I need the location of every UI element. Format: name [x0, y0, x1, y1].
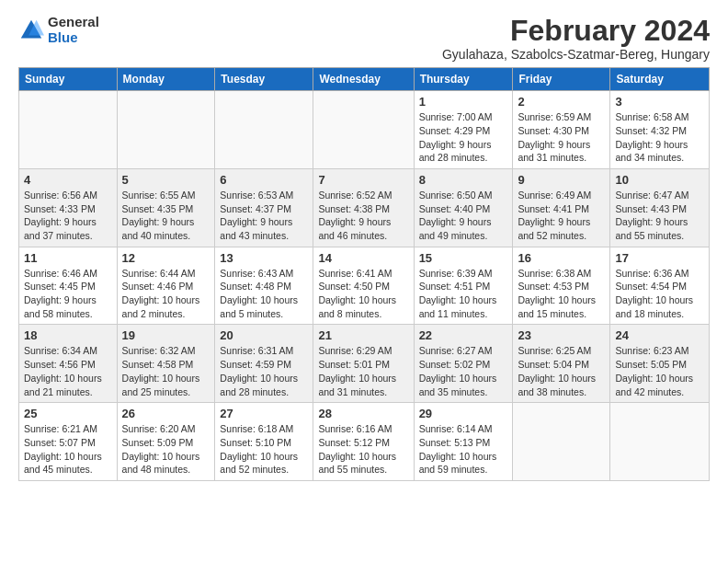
day-number: 24: [615, 328, 704, 342]
day-number: 22: [419, 328, 508, 342]
logo-blue-text: Blue: [48, 30, 99, 46]
calendar-day-cell: 7Sunrise: 6:52 AM Sunset: 4:38 PM Daylig…: [313, 168, 414, 247]
calendar-subtitle: Gyulahaza, Szabolcs-Szatmar-Bereg, Hunga…: [442, 47, 710, 62]
calendar-day-cell: 23Sunrise: 6:25 AM Sunset: 5:04 PM Dayli…: [513, 325, 610, 403]
day-number: 8: [419, 173, 508, 187]
calendar-day-cell: 16Sunrise: 6:38 AM Sunset: 4:53 PM Dayli…: [513, 247, 610, 325]
calendar-day-cell: 19Sunrise: 6:32 AM Sunset: 4:58 PM Dayli…: [117, 325, 215, 403]
day-info: Sunrise: 6:34 AM Sunset: 4:56 PM Dayligh…: [24, 344, 112, 398]
calendar-day-cell: [117, 91, 215, 169]
day-number: 1: [419, 95, 508, 109]
logo: General Blue: [18, 15, 99, 45]
day-header-friday: Friday: [513, 68, 610, 91]
calendar-day-cell: 17Sunrise: 6:36 AM Sunset: 4:54 PM Dayli…: [610, 247, 710, 325]
day-info: Sunrise: 6:23 AM Sunset: 5:05 PM Dayligh…: [615, 344, 704, 398]
day-info: Sunrise: 6:31 AM Sunset: 4:59 PM Dayligh…: [220, 344, 308, 398]
page-header: General Blue February 2024 Gyulahaza, Sz…: [18, 15, 710, 62]
calendar-day-cell: 2Sunrise: 6:59 AM Sunset: 4:30 PM Daylig…: [513, 91, 610, 169]
day-info: Sunrise: 6:49 AM Sunset: 4:41 PM Dayligh…: [518, 189, 605, 243]
logo-icon: [18, 17, 44, 43]
day-info: Sunrise: 6:39 AM Sunset: 4:51 PM Dayligh…: [419, 267, 508, 321]
day-header-tuesday: Tuesday: [215, 68, 313, 91]
day-number: 2: [518, 95, 605, 109]
calendar-day-cell: [215, 91, 313, 169]
day-header-monday: Monday: [117, 68, 215, 91]
day-info: Sunrise: 6:44 AM Sunset: 4:46 PM Dayligh…: [122, 267, 210, 321]
day-number: 29: [419, 407, 508, 420]
calendar-day-cell: 20Sunrise: 6:31 AM Sunset: 4:59 PM Dayli…: [215, 325, 313, 403]
calendar-day-cell: [610, 403, 710, 481]
day-info: Sunrise: 6:52 AM Sunset: 4:38 PM Dayligh…: [318, 189, 408, 243]
calendar-day-cell: 8Sunrise: 6:50 AM Sunset: 4:40 PM Daylig…: [414, 168, 513, 247]
day-info: Sunrise: 6:25 AM Sunset: 5:04 PM Dayligh…: [518, 344, 605, 398]
day-number: 3: [615, 95, 704, 109]
calendar-day-cell: 14Sunrise: 6:41 AM Sunset: 4:50 PM Dayli…: [313, 247, 414, 325]
day-number: 9: [518, 173, 605, 187]
calendar-week-row: 11Sunrise: 6:46 AM Sunset: 4:45 PM Dayli…: [19, 247, 710, 325]
day-number: 7: [318, 173, 408, 187]
day-info: Sunrise: 6:59 AM Sunset: 4:30 PM Dayligh…: [518, 110, 605, 165]
calendar-day-cell: 29Sunrise: 6:14 AM Sunset: 5:13 PM Dayli…: [414, 403, 513, 481]
calendar-day-cell: 25Sunrise: 6:21 AM Sunset: 5:07 PM Dayli…: [19, 403, 118, 481]
day-info: Sunrise: 6:58 AM Sunset: 4:32 PM Dayligh…: [615, 110, 704, 165]
calendar-header-row: SundayMondayTuesdayWednesdayThursdayFrid…: [19, 68, 710, 91]
day-number: 5: [122, 173, 210, 187]
day-number: 27: [220, 407, 308, 420]
calendar-day-cell: 26Sunrise: 6:20 AM Sunset: 5:09 PM Dayli…: [117, 403, 215, 481]
calendar-week-row: 18Sunrise: 6:34 AM Sunset: 4:56 PM Dayli…: [19, 325, 710, 403]
calendar-day-cell: 21Sunrise: 6:29 AM Sunset: 5:01 PM Dayli…: [313, 325, 414, 403]
day-info: Sunrise: 6:29 AM Sunset: 5:01 PM Dayligh…: [318, 344, 408, 398]
calendar-week-row: 1Sunrise: 7:00 AM Sunset: 4:29 PM Daylig…: [19, 91, 710, 169]
day-info: Sunrise: 6:56 AM Sunset: 4:33 PM Dayligh…: [24, 189, 112, 243]
day-number: 14: [318, 251, 408, 265]
day-number: 13: [220, 251, 308, 265]
day-number: 15: [419, 251, 508, 265]
day-info: Sunrise: 6:36 AM Sunset: 4:54 PM Dayligh…: [615, 267, 704, 321]
day-info: Sunrise: 6:47 AM Sunset: 4:43 PM Dayligh…: [615, 189, 704, 243]
calendar-day-cell: 13Sunrise: 6:43 AM Sunset: 4:48 PM Dayli…: [215, 247, 313, 325]
day-info: Sunrise: 6:55 AM Sunset: 4:35 PM Dayligh…: [122, 189, 210, 243]
day-info: Sunrise: 6:50 AM Sunset: 4:40 PM Dayligh…: [419, 189, 508, 243]
day-number: 19: [122, 328, 210, 342]
day-info: Sunrise: 6:43 AM Sunset: 4:48 PM Dayligh…: [220, 267, 308, 321]
calendar-day-cell: 28Sunrise: 6:16 AM Sunset: 5:12 PM Dayli…: [313, 403, 414, 481]
calendar-day-cell: 12Sunrise: 6:44 AM Sunset: 4:46 PM Dayli…: [117, 247, 215, 325]
calendar-day-cell: [313, 91, 414, 169]
day-number: 10: [615, 173, 704, 187]
calendar-table: SundayMondayTuesdayWednesdayThursdayFrid…: [18, 67, 710, 481]
calendar-day-cell: 10Sunrise: 6:47 AM Sunset: 4:43 PM Dayli…: [610, 168, 710, 247]
day-info: Sunrise: 6:14 AM Sunset: 5:13 PM Dayligh…: [419, 422, 508, 477]
calendar-day-cell: 24Sunrise: 6:23 AM Sunset: 5:05 PM Dayli…: [610, 325, 710, 403]
day-info: Sunrise: 6:16 AM Sunset: 5:12 PM Dayligh…: [318, 422, 408, 477]
calendar-day-cell: [513, 403, 610, 481]
day-info: Sunrise: 6:53 AM Sunset: 4:37 PM Dayligh…: [220, 189, 308, 243]
day-header-thursday: Thursday: [414, 68, 513, 91]
day-number: 28: [318, 407, 408, 420]
calendar-day-cell: [19, 91, 118, 169]
calendar-day-cell: 1Sunrise: 7:00 AM Sunset: 4:29 PM Daylig…: [414, 91, 513, 169]
day-info: Sunrise: 7:00 AM Sunset: 4:29 PM Dayligh…: [419, 110, 508, 165]
day-number: 18: [24, 328, 112, 342]
calendar-day-cell: 15Sunrise: 6:39 AM Sunset: 4:51 PM Dayli…: [414, 247, 513, 325]
calendar-week-row: 4Sunrise: 6:56 AM Sunset: 4:33 PM Daylig…: [19, 168, 710, 247]
day-number: 16: [518, 251, 605, 265]
day-info: Sunrise: 6:20 AM Sunset: 5:09 PM Dayligh…: [122, 422, 210, 477]
day-info: Sunrise: 6:46 AM Sunset: 4:45 PM Dayligh…: [24, 267, 112, 321]
calendar-day-cell: 6Sunrise: 6:53 AM Sunset: 4:37 PM Daylig…: [215, 168, 313, 247]
day-info: Sunrise: 6:18 AM Sunset: 5:10 PM Dayligh…: [220, 422, 308, 477]
day-number: 11: [24, 251, 112, 265]
calendar-day-cell: 3Sunrise: 6:58 AM Sunset: 4:32 PM Daylig…: [610, 91, 710, 169]
day-number: 12: [122, 251, 210, 265]
day-info: Sunrise: 6:32 AM Sunset: 4:58 PM Dayligh…: [122, 344, 210, 398]
calendar-day-cell: 5Sunrise: 6:55 AM Sunset: 4:35 PM Daylig…: [117, 168, 215, 247]
calendar-day-cell: 11Sunrise: 6:46 AM Sunset: 4:45 PM Dayli…: [19, 247, 118, 325]
title-block: February 2024 Gyulahaza, Szabolcs-Szatma…: [442, 15, 710, 62]
day-number: 6: [220, 173, 308, 187]
calendar-day-cell: 9Sunrise: 6:49 AM Sunset: 4:41 PM Daylig…: [513, 168, 610, 247]
day-number: 23: [518, 328, 605, 342]
day-info: Sunrise: 6:21 AM Sunset: 5:07 PM Dayligh…: [24, 422, 112, 477]
calendar-day-cell: 22Sunrise: 6:27 AM Sunset: 5:02 PM Dayli…: [414, 325, 513, 403]
day-info: Sunrise: 6:38 AM Sunset: 4:53 PM Dayligh…: [518, 267, 605, 321]
calendar-day-cell: 27Sunrise: 6:18 AM Sunset: 5:10 PM Dayli…: [215, 403, 313, 481]
calendar-title: February 2024: [442, 15, 710, 47]
